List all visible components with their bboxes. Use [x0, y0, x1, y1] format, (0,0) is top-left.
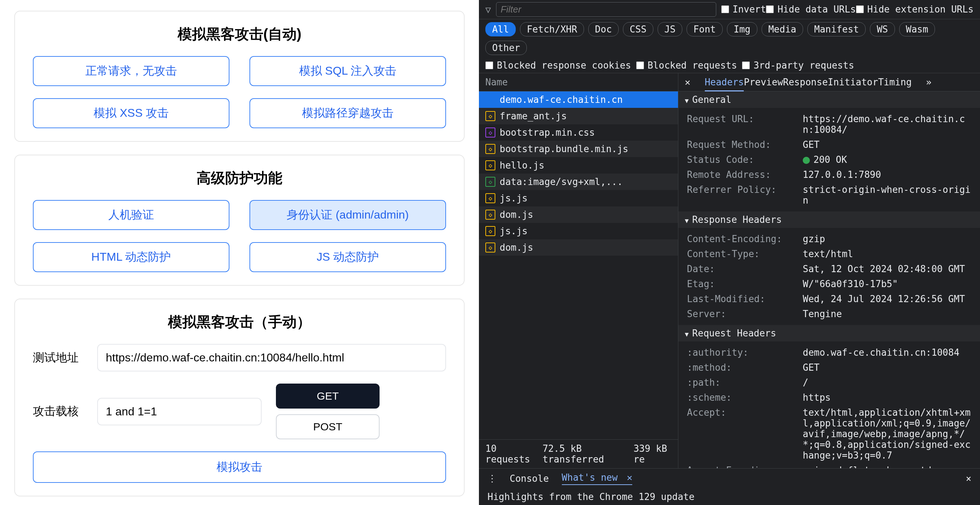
manual-attack-card: 模拟黑客攻击（手动） 测试地址 攻击载核 GET POST 模拟攻击: [14, 299, 465, 496]
header-row: Server:Tengine: [678, 306, 980, 321]
html-protect-button[interactable]: HTML 动态防护: [33, 242, 229, 272]
network-request-row[interactable]: ◇bootstrap.min.css: [479, 124, 678, 141]
file-type-icon: ◇: [485, 160, 495, 170]
request-name: js.js: [500, 193, 528, 203]
file-type-icon: ◇: [485, 210, 495, 220]
section-header-response[interactable]: Response Headers: [678, 211, 980, 228]
detail-tab-response[interactable]: Response: [783, 77, 828, 91]
type-chip-manifest[interactable]: Manifest: [807, 22, 865, 37]
network-request-row[interactable]: ◇js.js: [479, 190, 678, 206]
network-request-row[interactable]: ◇frame_ant.js: [479, 108, 678, 124]
header-row: Content-Encoding:gzip: [678, 232, 980, 246]
type-chip-fetch/xhr[interactable]: Fetch/XHR: [520, 22, 584, 37]
extra-filters-row: Blocked response cookies Blocked request…: [479, 58, 980, 73]
file-type-icon: ◇: [485, 111, 495, 121]
filter-checkbox[interactable]: Hide data URLs: [766, 4, 856, 15]
section-header-request[interactable]: Request Headers: [678, 325, 980, 341]
header-row: Last-Modified:Wed, 24 Jul 2024 12:26:56 …: [678, 291, 980, 306]
sql-injection-button[interactable]: 模拟 SQL 注入攻击: [250, 56, 446, 86]
detail-tab-initiator[interactable]: Initiator: [828, 77, 878, 91]
detail-tab-preview[interactable]: Preview: [744, 77, 783, 91]
network-request-row[interactable]: ◇js.js: [479, 223, 678, 239]
request-name: frame_ant.js: [500, 111, 567, 121]
type-filter-chips: AllFetch/XHRDocCSSJSFontImgMediaManifest…: [479, 19, 980, 58]
type-chip-media[interactable]: Media: [762, 22, 803, 37]
filter-checkbox[interactable]: Blocked requests: [636, 60, 737, 71]
request-name: dom.js: [500, 209, 533, 220]
path-traversal-button[interactable]: 模拟路径穿越攻击: [250, 98, 446, 128]
filter-toolbar: ▽ Invert Hide data URLs Hide extension U…: [479, 0, 980, 19]
filter-checkbox[interactable]: Invert: [721, 4, 766, 15]
type-chip-img[interactable]: Img: [727, 22, 757, 37]
network-request-row[interactable]: ◇dom.js: [479, 239, 678, 256]
network-request-row[interactable]: ◇dom.js: [479, 206, 678, 223]
type-chip-wasm[interactable]: Wasm: [899, 22, 935, 37]
network-request-row[interactable]: ◇hello.js: [479, 157, 678, 173]
filter-checkbox[interactable]: Hide extension URLs: [856, 4, 974, 15]
simulate-attack-button[interactable]: 模拟攻击: [33, 451, 446, 483]
get-method-button[interactable]: GET: [276, 384, 380, 408]
auto-attack-title: 模拟黑客攻击(自动): [33, 24, 446, 44]
file-type-icon: ◇: [485, 177, 495, 187]
js-protect-button[interactable]: JS 动态防护: [250, 242, 446, 272]
header-row: :method:GET: [678, 360, 980, 375]
whats-new-tab[interactable]: What's new ✕: [562, 472, 633, 485]
detail-tabs: ✕ HeadersPreviewResponseInitiatorTiming …: [678, 73, 980, 91]
filter-input[interactable]: [496, 2, 716, 17]
name-column-header[interactable]: Name: [479, 73, 678, 91]
network-summary: 10 requests72.5 kB transferred339 kB re: [479, 439, 678, 468]
network-request-row[interactable]: ◇bootstrap.bundle.min.js: [479, 141, 678, 157]
type-chip-css[interactable]: CSS: [623, 22, 653, 37]
header-row: :scheme:https: [678, 390, 980, 405]
request-name: dom.js: [500, 242, 533, 253]
type-chip-font[interactable]: Font: [687, 22, 723, 37]
chevron-down-icon: [685, 214, 689, 225]
xss-attack-button[interactable]: 模拟 XSS 攻击: [33, 98, 229, 128]
advanced-protection-title: 高级防护功能: [33, 168, 446, 188]
drawer-menu-icon[interactable]: ⋮: [487, 473, 497, 484]
file-type-icon: ◇: [485, 243, 495, 252]
advanced-protection-card: 高级防护功能 人机验证 身份认证 (admin/admin) HTML 动态防护…: [14, 155, 465, 286]
request-name: bootstrap.bundle.min.js: [500, 144, 628, 154]
overflow-icon[interactable]: »: [926, 77, 932, 87]
header-row: Date:Sat, 12 Oct 2024 02:48:00 GMT: [678, 261, 980, 276]
normal-request-button[interactable]: 正常请求，无攻击: [33, 56, 229, 86]
url-input[interactable]: [97, 344, 446, 372]
detail-tab-headers[interactable]: Headers: [705, 77, 744, 91]
post-method-button[interactable]: POST: [276, 414, 380, 439]
request-name: demo.waf-ce.chaitin.cn: [500, 94, 623, 105]
network-request-row[interactable]: ◇data:image/svg+xml,...: [479, 173, 678, 190]
auth-button[interactable]: 身份认证 (admin/admin): [250, 200, 446, 230]
type-chip-other[interactable]: Other: [485, 41, 527, 55]
request-name: js.js: [500, 226, 528, 237]
file-type-icon: ◇: [485, 127, 495, 138]
file-type-icon: ◇: [485, 95, 495, 105]
header-row: :path:/: [678, 375, 980, 390]
network-request-row[interactable]: ◇demo.waf-ce.chaitin.cn: [479, 91, 678, 108]
header-row: Content-Type:text/html: [678, 246, 980, 261]
close-tab-icon[interactable]: ✕: [627, 472, 633, 483]
close-drawer-button[interactable]: ×: [966, 473, 971, 484]
header-row: Request Method:GET: [678, 137, 980, 152]
captcha-button[interactable]: 人机验证: [33, 200, 229, 230]
whats-new-highlights: Highlights from the Chrome 129 update: [479, 489, 980, 505]
manual-attack-title: 模拟黑客攻击（手动）: [33, 312, 446, 332]
close-detail-button[interactable]: ✕: [685, 77, 690, 87]
header-row: Accept-Encoding:gzip, deflate, br, zstd: [678, 463, 980, 468]
type-chip-ws[interactable]: WS: [870, 22, 894, 37]
section-header-general[interactable]: General: [678, 91, 980, 108]
type-chip-all[interactable]: All: [485, 22, 516, 37]
type-chip-js[interactable]: JS: [658, 22, 682, 37]
detail-tab-timing[interactable]: Timing: [878, 77, 912, 91]
filter-checkbox[interactable]: Blocked response cookies: [485, 60, 631, 71]
header-row: Request URL:https://demo.waf-ce.chaitin.…: [678, 111, 980, 137]
request-name: data:image/svg+xml,...: [500, 176, 623, 187]
filter-checkbox[interactable]: 3rd-party requests: [742, 60, 854, 71]
console-tab[interactable]: Console: [510, 473, 549, 484]
header-row: Referrer Policy:strict-origin-when-cross…: [678, 182, 980, 208]
header-row: :authority:demo.waf-ce.chaitin.cn:10084: [678, 345, 980, 360]
devtools-panel: ▽ Invert Hide data URLs Hide extension U…: [479, 0, 980, 505]
payload-input[interactable]: [97, 398, 262, 426]
type-chip-doc[interactable]: Doc: [588, 22, 619, 37]
file-type-icon: ◇: [485, 144, 495, 154]
